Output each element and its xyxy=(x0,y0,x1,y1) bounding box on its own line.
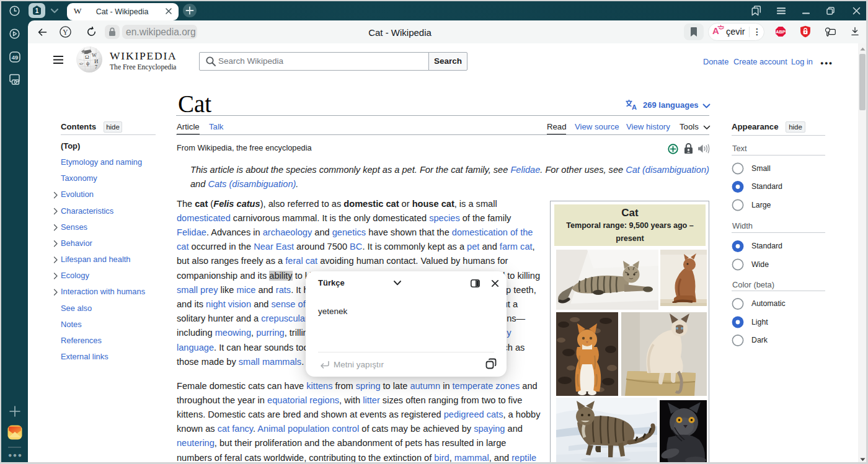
svg-text:Ω: Ω xyxy=(85,54,89,60)
svg-text:7: 7 xyxy=(95,64,97,70)
svg-text:ت: ت xyxy=(79,61,84,66)
svg-text:1: 1 xyxy=(35,7,39,14)
svg-text:ф: ф xyxy=(86,61,89,66)
svg-text:Y: Y xyxy=(63,28,68,35)
svg-text:ABP: ABP xyxy=(776,29,786,35)
svg-text:49: 49 xyxy=(12,54,19,61)
svg-text:И: И xyxy=(94,58,99,64)
svg-text:A: A xyxy=(632,103,637,110)
svg-text:W: W xyxy=(92,53,97,58)
